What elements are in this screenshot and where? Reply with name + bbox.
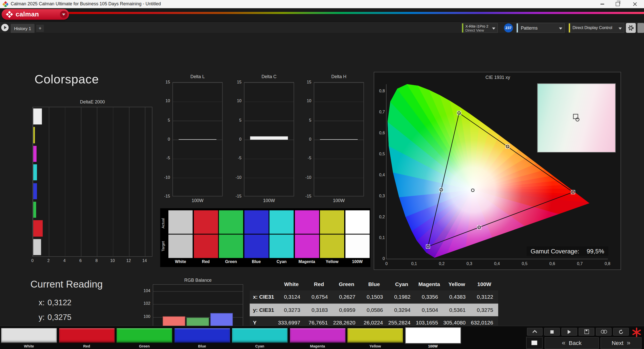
cie-measured-marker-red bbox=[572, 191, 574, 193]
arrow-right-icon bbox=[4, 26, 7, 29]
table-cell: 0,1504 bbox=[415, 307, 443, 313]
patch-button-label: Yellow bbox=[347, 344, 404, 348]
videowall-button[interactable] bbox=[526, 337, 543, 349]
play-icon bbox=[568, 330, 571, 334]
cie-xtick: 0,7 bbox=[577, 261, 583, 266]
patch-button-blue[interactable] bbox=[174, 328, 230, 343]
settings-button[interactable] bbox=[626, 23, 636, 33]
swatch-label: Red bbox=[194, 259, 218, 264]
rgb-balance-chart bbox=[153, 284, 243, 326]
table-col-header: Red bbox=[305, 281, 333, 287]
cie-xtick: 0,4 bbox=[494, 261, 500, 266]
back-button[interactable]: « Back bbox=[545, 337, 599, 349]
whitepoint-zoom-inset bbox=[537, 83, 616, 152]
rgb-bar-red bbox=[163, 316, 185, 326]
app-icon bbox=[3, 1, 8, 7]
next-button[interactable]: Next » bbox=[601, 337, 641, 349]
mini-chart-bar bbox=[250, 136, 288, 140]
deltae-xtick: 2 bbox=[47, 258, 50, 263]
patch-button-red[interactable] bbox=[58, 328, 115, 343]
save-button[interactable] bbox=[579, 328, 594, 336]
logo-menu-chevron[interactable] bbox=[60, 11, 67, 18]
table-cell: 0,2627 bbox=[333, 294, 360, 300]
refresh-icon bbox=[618, 329, 623, 334]
mini-chart-xlabel: 100W bbox=[314, 198, 364, 203]
meter-name: X-Rite i1Pro 2 bbox=[465, 24, 488, 28]
deltae-xtick: 6 bbox=[79, 258, 82, 263]
patterns-label: Patterns bbox=[521, 24, 538, 33]
add-tab-button[interactable]: + bbox=[36, 25, 44, 32]
table-col-header: Blue bbox=[360, 281, 388, 287]
swatch-actual-white bbox=[168, 210, 193, 234]
mini-chart-ytick: 15 bbox=[156, 80, 170, 84]
chevron-up-icon bbox=[532, 330, 537, 335]
link-button[interactable] bbox=[596, 328, 612, 336]
play-button[interactable] bbox=[562, 328, 577, 336]
deltae-x-axis: 02468101214 bbox=[32, 258, 152, 264]
meter-dropdown[interactable]: X-Rite i1Pro 2 Direct View bbox=[462, 23, 498, 33]
patch-button-label: Blue bbox=[174, 344, 230, 348]
tab-nav-button[interactable] bbox=[1, 24, 9, 31]
cie-ytick: 0 bbox=[374, 256, 385, 261]
mini-chart-delta-l: Delta L151050-5-10-15100W bbox=[156, 74, 226, 206]
restore-button[interactable] bbox=[610, 0, 626, 8]
deltae-xtick: 0 bbox=[31, 258, 34, 263]
cie-ytick: 0,8 bbox=[374, 89, 385, 93]
window-title: Calman 2025 Calman Ultimate for Business… bbox=[11, 1, 161, 6]
title-bar: Calman 2025 Calman Ultimate for Business… bbox=[0, 0, 644, 9]
patch-button-magenta[interactable] bbox=[289, 328, 346, 343]
swatch-target-cyan bbox=[270, 235, 294, 258]
patch-button-white[interactable] bbox=[1, 328, 57, 343]
cie-ytick: 0,4 bbox=[374, 172, 385, 177]
mini-chart-plot bbox=[172, 82, 223, 197]
swatch-target-green bbox=[219, 235, 243, 258]
cie-ytick: 0,1 bbox=[374, 235, 385, 240]
swatch-label: White bbox=[168, 259, 193, 264]
display-control-dropdown[interactable]: Direct Display Control bbox=[568, 23, 624, 33]
panel-expand-handle[interactable] bbox=[637, 23, 644, 33]
refresh-button[interactable] bbox=[613, 328, 629, 336]
close-button[interactable] bbox=[626, 0, 644, 8]
mini-chart-plot bbox=[314, 82, 364, 197]
current-reading-title: Current Reading bbox=[30, 278, 103, 290]
table-row-label: y: CIE31 bbox=[250, 307, 278, 313]
link-icon bbox=[601, 330, 607, 334]
deltae-bar-blue bbox=[33, 183, 37, 199]
deltae-xtick: 14 bbox=[142, 258, 147, 263]
table-cell: 228,2620 bbox=[333, 320, 360, 326]
swatch-label: Green bbox=[219, 259, 243, 264]
tab-history-1[interactable]: History 1 bbox=[11, 24, 34, 33]
table-cell: 0,3275 bbox=[471, 307, 498, 313]
mini-chart-ytick: 10 bbox=[156, 99, 170, 103]
patch-button-label: Magenta bbox=[289, 344, 346, 348]
mini-chart-bar bbox=[179, 139, 216, 140]
chevron-down-icon bbox=[62, 13, 65, 15]
minimize-button[interactable] bbox=[594, 0, 610, 8]
table-col-header: Magenta bbox=[415, 281, 443, 287]
mini-chart-ytick: -10 bbox=[228, 175, 241, 179]
target-row-label: Target bbox=[161, 235, 165, 257]
calman-app: Calman 2025 Calman Ultimate for Business… bbox=[0, 0, 644, 349]
patch-button-green[interactable] bbox=[116, 328, 173, 343]
stop-button[interactable] bbox=[544, 328, 560, 336]
swatch-actual-cyan bbox=[270, 210, 294, 234]
table-cell: 0,3183 bbox=[305, 307, 333, 313]
mini-chart-bar bbox=[320, 139, 358, 140]
meter-mode: Direct View bbox=[465, 28, 484, 32]
patch-button-yellow[interactable] bbox=[347, 328, 404, 343]
table-cell: 333,6997 bbox=[278, 320, 305, 326]
deltae-bar-magenta bbox=[33, 146, 37, 162]
patch-button-100w[interactable] bbox=[405, 327, 461, 344]
table-cell: 305,4080 bbox=[443, 320, 471, 326]
calman-logo-button[interactable]: calman bbox=[2, 9, 69, 20]
patch-button-cyan[interactable] bbox=[232, 328, 288, 343]
deltae-xtick: 4 bbox=[63, 258, 66, 263]
table-cell: 0,4383 bbox=[443, 294, 471, 300]
swatch-target-blue bbox=[244, 235, 269, 258]
patch-button-label: White bbox=[1, 344, 57, 348]
deltae-bar-white bbox=[33, 108, 42, 125]
collapse-button[interactable] bbox=[527, 328, 543, 336]
mini-chart-ytick: 0 bbox=[228, 137, 241, 141]
mini-chart-xlabel: 100W bbox=[244, 198, 294, 203]
patterns-dropdown[interactable]: Patterns bbox=[516, 23, 565, 33]
